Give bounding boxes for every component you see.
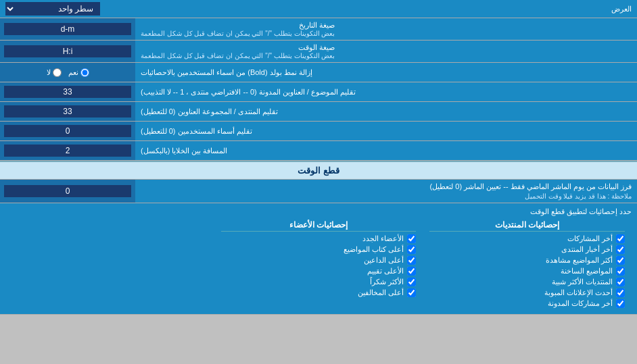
list-item: المنتديات الأكثر شبية	[429, 278, 625, 286]
stats-header-label: حدد إحصائيات لتطبيق قطع الوقت	[5, 207, 632, 216]
stats-col2-title: إحصائيات الأعضاء	[221, 220, 417, 232]
date-format-row: صيغة التاريخ بعض التكوينات يتطلب "/" الت…	[0, 18, 637, 41]
bold-remove-label: إزالة نمط بولد (Bold) من اسماء المستخدمي…	[135, 63, 637, 82]
topic-trim-row: تقليم الموضوع / العناوين المدونة (0 -- ا…	[0, 82, 637, 102]
bold-yes-radio[interactable]	[80, 68, 89, 77]
list-item: المواضيع الساخنة	[429, 267, 625, 276]
cutoff-input-wrapper	[0, 180, 135, 203]
stat-last-news-checkbox[interactable]	[616, 245, 625, 254]
stat-blog-posts-label: أخر مشاركات المدونة	[548, 299, 613, 308]
cutoff-label: فرز البيانات من يوم الماشر الماضي فقط --…	[135, 180, 637, 203]
stat-new-members-label: الأعضاء الجدد	[362, 234, 404, 243]
list-item: أكثر المواضيع مشاهدة	[429, 256, 625, 265]
cutoff-row: فرز البيانات من يوم الماشر الماضي فقط --…	[0, 180, 637, 203]
cell-spacing-input-wrapper	[0, 141, 135, 160]
topic-trim-label: تقليم الموضوع / العناوين المدونة (0 -- ا…	[135, 82, 637, 101]
stats-col-members: إحصائيات الأعضاء الأعضاء الجدد أعلى كتاب…	[214, 220, 423, 310]
stat-classifieds-checkbox[interactable]	[616, 288, 625, 297]
list-item: أخر المشاركات	[429, 234, 625, 243]
stat-top-inviters-label: أعلى الداعين	[364, 256, 404, 265]
time-format-row: صيغة الوقت بعض التكوينات يتطلب "/" التي …	[0, 41, 637, 63]
stat-most-viewed-checkbox[interactable]	[616, 256, 625, 265]
stat-top-writers-checkbox[interactable]	[407, 245, 416, 254]
stat-last-posts-checkbox[interactable]	[616, 234, 625, 243]
bold-remove-row: إزالة نمط بولد (Bold) من اسماء المستخدمي…	[0, 63, 637, 82]
cell-spacing-label: المسافة بين الخلايا (بالبكسل)	[135, 141, 637, 160]
stat-last-posts-label: أخر المشاركات	[567, 234, 613, 243]
username-trim-input-wrapper	[0, 122, 135, 140]
stat-most-thanked-checkbox[interactable]	[407, 278, 416, 286]
time-format-input-wrapper	[0, 41, 135, 62]
stats-col1-title: إحصائيات المنتديات	[429, 220, 625, 232]
cell-spacing-row: المسافة بين الخلايا (بالبكسل)	[0, 141, 637, 161]
list-item: أعلى الداعين	[221, 256, 417, 265]
display-select[interactable]: سطر واحد سطران ثلاثة أسطر	[5, 2, 100, 16]
stat-most-viewed-label: أكثر المواضيع مشاهدة	[546, 256, 613, 265]
stats-col-forums: إحصائيات المنتديات أخر المشاركات أخر أخب…	[423, 220, 632, 310]
stat-classifieds-label: أحدث الإعلانات المبوبة	[544, 288, 613, 297]
stats-col-empty	[5, 220, 214, 310]
stat-top-rated-label: الأعلى تقييم	[367, 267, 404, 276]
display-row: العرض سطر واحد سطران ثلاثة أسطر	[0, 0, 637, 18]
display-label: العرض	[100, 5, 632, 14]
list-item: الأكثر شكراً	[221, 278, 417, 286]
username-trim-row: تقليم أسماء المستخدمين (0 للتعطيل)	[0, 122, 637, 141]
list-item: الأعلى تقييم	[221, 267, 417, 276]
stat-most-thanked-label: الأكثر شكراً	[370, 278, 404, 286]
list-item: أعلى المخالفين	[221, 288, 417, 297]
list-item: أخر مشاركات المدونة	[429, 299, 625, 308]
bold-radio-group: نعم لا	[41, 66, 95, 80]
date-format-input[interactable]	[4, 23, 131, 35]
stat-top-inviters-checkbox[interactable]	[407, 256, 416, 265]
stat-similar-forums-checkbox[interactable]	[616, 278, 625, 286]
forum-trim-row: تقليم المنتدى / المجموعة العناوين (0 للت…	[0, 102, 637, 122]
date-format-label: صيغة التاريخ بعض التكوينات يتطلب "/" الت…	[135, 18, 637, 40]
stat-similar-forums-label: المنتديات الأكثر شبية	[552, 278, 613, 286]
stats-section: حدد إحصائيات لتطبيق قطع الوقت إحصائيات ا…	[0, 203, 637, 315]
list-item: أحدث الإعلانات المبوبة	[429, 288, 625, 297]
bold-no-radio[interactable]	[53, 68, 62, 77]
time-format-input[interactable]	[4, 45, 131, 57]
bold-no-label[interactable]: لا	[47, 68, 62, 77]
stat-top-writers-label: أعلى كتاب المواضيع	[344, 245, 404, 254]
stats-header-row: حدد إحصائيات لتطبيق قطع الوقت	[5, 207, 632, 216]
stat-last-news-label: أخر أخبار المنتدى	[561, 245, 613, 254]
stat-new-members-checkbox[interactable]	[407, 234, 416, 243]
topic-trim-input-wrapper	[0, 82, 135, 101]
stat-blog-posts-checkbox[interactable]	[616, 299, 625, 308]
topic-trim-input[interactable]	[4, 86, 131, 98]
cutoff-input[interactable]	[4, 185, 131, 197]
date-format-input-wrapper	[0, 18, 135, 40]
stat-top-violators-label: أعلى المخالفين	[358, 288, 404, 297]
cell-spacing-input[interactable]	[4, 145, 131, 157]
list-item: الأعضاء الجدد	[221, 234, 417, 243]
stat-hot-topics-checkbox[interactable]	[616, 267, 625, 276]
cutoff-section-header: قطع الوقت	[0, 161, 637, 180]
stats-columns: إحصائيات المنتديات أخر المشاركات أخر أخب…	[5, 220, 632, 310]
stat-hot-topics-label: المواضيع الساخنة	[561, 267, 613, 276]
forum-trim-input-wrapper	[0, 102, 135, 121]
forum-trim-input[interactable]	[4, 105, 131, 118]
username-trim-input[interactable]	[4, 125, 131, 137]
stat-top-rated-checkbox[interactable]	[407, 267, 416, 276]
bold-yes-label[interactable]: نعم	[68, 68, 89, 77]
username-trim-label: تقليم أسماء المستخدمين (0 للتعطيل)	[135, 122, 637, 140]
stat-top-violators-checkbox[interactable]	[407, 288, 416, 297]
forum-trim-label: تقليم المنتدى / المجموعة العناوين (0 للت…	[135, 102, 637, 121]
time-format-label: صيغة الوقت بعض التكوينات يتطلب "/" التي …	[135, 41, 637, 62]
list-item: أخر أخبار المنتدى	[429, 245, 625, 254]
bold-remove-options: نعم لا	[0, 63, 135, 82]
list-item: أعلى كتاب المواضيع	[221, 245, 417, 254]
